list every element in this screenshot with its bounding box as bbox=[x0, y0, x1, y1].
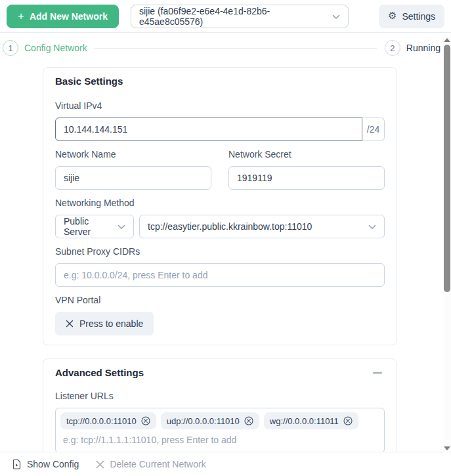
show-config-label: Show Config bbox=[27, 459, 79, 469]
scroll-up-arrow-icon[interactable] bbox=[444, 38, 450, 42]
remove-listener-icon[interactable] bbox=[343, 416, 353, 425]
advanced-settings-title: Advanced Settings bbox=[55, 367, 144, 379]
listener-chip-label: tcp://0.0.0.0:11010 bbox=[66, 416, 137, 426]
network-name-input[interactable] bbox=[55, 166, 211, 190]
chevron-down-icon bbox=[332, 11, 340, 22]
step-2-label[interactable]: Running bbox=[406, 43, 440, 53]
vpn-portal-enable-button[interactable]: Press to enable bbox=[55, 312, 154, 335]
network-name-label: Network Name bbox=[55, 149, 211, 160]
footer-toolbar: Show Config Delete Current Network bbox=[0, 452, 451, 476]
network-secret-input[interactable] bbox=[228, 166, 385, 190]
vpn-portal-enable-label: Press to enable bbox=[79, 318, 143, 329]
basic-settings-title: Basic Settings bbox=[55, 76, 385, 87]
settings-label: Settings bbox=[402, 11, 435, 22]
ipv4-prefix-length: /24 bbox=[362, 118, 385, 141]
add-new-network-button[interactable]: + Add New Network bbox=[7, 5, 119, 28]
listener-chip-label: wg://0.0.0.0:11011 bbox=[270, 416, 339, 426]
virtual-ipv4-field: Virtual IPv4 /24 bbox=[55, 100, 385, 141]
network-select[interactable]: sijie (fa06f9e2-e6e4-4e1d-82b6-e45ae8c05… bbox=[131, 5, 349, 28]
listener-urls-label: Listener URLs bbox=[55, 391, 385, 402]
name-secret-row: Network Name Network Secret bbox=[55, 149, 385, 190]
subnet-proxy-label: Subnet Proxy CIDRs bbox=[55, 246, 385, 257]
step-2-circle[interactable]: 2 bbox=[385, 40, 400, 56]
networking-method-select[interactable]: Public Server bbox=[55, 215, 134, 238]
listener-url-input[interactable] bbox=[60, 431, 379, 448]
network-secret-label: Network Secret bbox=[228, 149, 385, 160]
subnet-proxy-input[interactable] bbox=[55, 263, 385, 287]
main-content: Basic Settings Virtual IPv4 /24 Network … bbox=[0, 63, 451, 463]
chevron-down-icon bbox=[118, 221, 125, 232]
vpn-portal-field: VPN Portal Press to enable bbox=[55, 295, 385, 335]
collapse-minus-icon[interactable] bbox=[373, 372, 382, 374]
virtual-ipv4-label: Virtual IPv4 bbox=[55, 100, 385, 112]
virtual-ipv4-input[interactable] bbox=[55, 118, 362, 141]
step-1-circle[interactable]: 1 bbox=[3, 40, 18, 56]
remove-listener-icon[interactable] bbox=[141, 416, 150, 425]
networking-method-value: Public Server bbox=[64, 216, 112, 237]
listener-chip-label: udp://0.0.0.0:11010 bbox=[167, 416, 240, 426]
listener-chip: tcp://0.0.0.0:11010 bbox=[60, 412, 156, 429]
gear-icon: ⚙ bbox=[388, 11, 397, 21]
x-icon bbox=[96, 460, 104, 469]
vpn-portal-label: VPN Portal bbox=[55, 295, 385, 306]
settings-button[interactable]: ⚙ Settings bbox=[379, 5, 444, 28]
file-play-icon bbox=[12, 459, 22, 469]
delete-current-network-button[interactable]: Delete Current Network bbox=[96, 459, 205, 469]
public-server-url-value: tcp://easytier.public.kkrainbow.top:1101… bbox=[148, 221, 312, 232]
x-icon bbox=[66, 320, 74, 328]
stepper-connector-line bbox=[94, 48, 377, 49]
scrollbar-thumb[interactable] bbox=[444, 45, 450, 292]
networking-method-label: Networking Method bbox=[55, 198, 385, 209]
subnet-proxy-field: Subnet Proxy CIDRs bbox=[55, 246, 385, 287]
delete-current-network-label: Delete Current Network bbox=[110, 459, 205, 469]
header: + Add New Network sijie (fa06f9e2-e6e4-4… bbox=[0, 0, 451, 33]
public-server-url-select[interactable]: tcp://easytier.public.kkrainbow.top:1101… bbox=[139, 215, 385, 238]
vertical-scrollbar[interactable] bbox=[443, 36, 451, 453]
advanced-settings-card: Advanced Settings Listener URLs tcp://0.… bbox=[43, 358, 397, 463]
stepper: 1 Config Network 2 Running bbox=[0, 33, 451, 63]
plus-icon: + bbox=[18, 11, 24, 22]
listener-chip: wg://0.0.0.0:11011 bbox=[264, 412, 358, 429]
networking-method-field: Networking Method Public Server tcp://ea… bbox=[55, 198, 385, 238]
listener-chip: udp://0.0.0.0:11010 bbox=[161, 412, 259, 429]
step-1-label[interactable]: Config Network bbox=[24, 43, 87, 53]
step-1-number: 1 bbox=[8, 43, 12, 53]
add-new-network-label: Add New Network bbox=[30, 11, 108, 22]
remove-listener-icon[interactable] bbox=[244, 416, 253, 425]
show-config-button[interactable]: Show Config bbox=[12, 459, 79, 469]
network-select-value: sijie (fa06f9e2-e6e4-4e1d-82b6-e45ae8c05… bbox=[139, 6, 327, 27]
chevron-down-icon bbox=[368, 221, 376, 232]
easytier-config-app: + Add New Network sijie (fa06f9e2-e6e4-4… bbox=[0, 0, 451, 476]
listener-urls-input-box[interactable]: tcp://0.0.0.0:11010 udp://0.0.0.0:11010 … bbox=[55, 408, 385, 453]
basic-settings-card: Basic Settings Virtual IPv4 /24 Network … bbox=[43, 67, 397, 345]
scroll-down-arrow-icon[interactable] bbox=[444, 446, 450, 450]
step-2-number: 2 bbox=[390, 43, 395, 53]
